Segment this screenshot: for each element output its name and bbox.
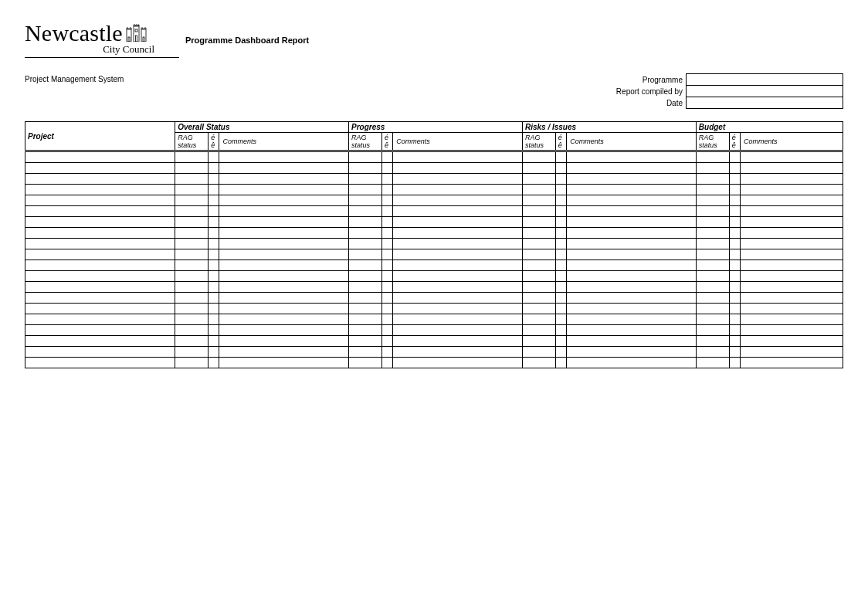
table-cell[interactable] — [381, 195, 392, 206]
table-cell[interactable] — [175, 271, 209, 282]
table-cell[interactable] — [175, 260, 209, 271]
table-cell[interactable] — [25, 282, 175, 293]
table-cell[interactable] — [381, 260, 392, 271]
table-cell[interactable] — [393, 358, 523, 368]
table-cell[interactable] — [555, 228, 566, 239]
table-cell[interactable] — [219, 217, 349, 228]
table-cell[interactable] — [522, 163, 555, 174]
table-cell[interactable] — [25, 325, 175, 336]
table-cell[interactable] — [567, 347, 697, 358]
table-cell[interactable] — [696, 293, 729, 304]
table-cell[interactable] — [381, 358, 392, 368]
table-cell[interactable] — [393, 282, 523, 293]
meta-value-date[interactable] — [687, 97, 843, 109]
table-cell[interactable] — [696, 260, 729, 271]
table-cell[interactable] — [729, 347, 740, 358]
table-cell[interactable] — [349, 347, 382, 358]
table-cell[interactable] — [209, 239, 219, 249]
table-cell[interactable] — [381, 304, 392, 314]
table-cell[interactable] — [219, 260, 349, 271]
table-cell[interactable] — [349, 206, 382, 217]
table-cell[interactable] — [209, 325, 219, 336]
table-cell[interactable] — [729, 336, 740, 347]
table-cell[interactable] — [567, 358, 697, 368]
table-cell[interactable] — [393, 260, 523, 271]
table-cell[interactable] — [729, 217, 740, 228]
table-cell[interactable] — [729, 239, 740, 249]
table-cell[interactable] — [522, 260, 555, 271]
table-cell[interactable] — [381, 206, 392, 217]
table-cell[interactable] — [349, 282, 382, 293]
table-cell[interactable] — [696, 228, 729, 239]
table-cell[interactable] — [555, 304, 566, 314]
table-cell[interactable] — [393, 293, 523, 304]
table-cell[interactable] — [393, 347, 523, 358]
table-cell[interactable] — [209, 304, 219, 314]
table-cell[interactable] — [522, 151, 555, 163]
table-cell[interactable] — [567, 228, 697, 239]
table-cell[interactable] — [175, 282, 209, 293]
table-cell[interactable] — [393, 249, 523, 260]
table-cell[interactable] — [741, 249, 843, 260]
table-cell[interactable] — [209, 347, 219, 358]
table-cell[interactable] — [522, 249, 555, 260]
table-cell[interactable] — [522, 206, 555, 217]
table-cell[interactable] — [729, 325, 740, 336]
table-cell[interactable] — [393, 325, 523, 336]
table-cell[interactable] — [522, 217, 555, 228]
table-cell[interactable] — [219, 304, 349, 314]
meta-value-compiled-by[interactable] — [687, 86, 843, 97]
table-cell[interactable] — [393, 271, 523, 282]
table-cell[interactable] — [696, 358, 729, 368]
table-cell[interactable] — [219, 163, 349, 174]
table-cell[interactable] — [555, 325, 566, 336]
table-cell[interactable] — [25, 185, 175, 195]
table-cell[interactable] — [209, 358, 219, 368]
table-cell[interactable] — [349, 293, 382, 304]
table-cell[interactable] — [567, 239, 697, 249]
table-cell[interactable] — [349, 174, 382, 185]
table-cell[interactable] — [219, 336, 349, 347]
table-cell[interactable] — [741, 304, 843, 314]
table-cell[interactable] — [393, 304, 523, 314]
table-cell[interactable] — [25, 314, 175, 325]
table-cell[interactable] — [175, 206, 209, 217]
table-cell[interactable] — [522, 325, 555, 336]
table-cell[interactable] — [393, 151, 523, 163]
table-cell[interactable] — [522, 195, 555, 206]
table-cell[interactable] — [381, 336, 392, 347]
table-cell[interactable] — [175, 239, 209, 249]
table-cell[interactable] — [555, 185, 566, 195]
table-cell[interactable] — [729, 163, 740, 174]
table-cell[interactable] — [175, 217, 209, 228]
table-cell[interactable] — [696, 347, 729, 358]
table-cell[interactable] — [567, 325, 697, 336]
table-cell[interactable] — [175, 151, 209, 163]
table-cell[interactable] — [696, 174, 729, 185]
table-cell[interactable] — [741, 325, 843, 336]
table-cell[interactable] — [567, 151, 697, 163]
table-cell[interactable] — [393, 239, 523, 249]
table-cell[interactable] — [381, 228, 392, 239]
table-cell[interactable] — [25, 347, 175, 358]
table-cell[interactable] — [209, 206, 219, 217]
table-cell[interactable] — [219, 271, 349, 282]
table-cell[interactable] — [25, 271, 175, 282]
table-cell[interactable] — [219, 282, 349, 293]
table-cell[interactable] — [729, 151, 740, 163]
table-cell[interactable] — [696, 163, 729, 174]
table-cell[interactable] — [729, 206, 740, 217]
table-cell[interactable] — [175, 314, 209, 325]
table-cell[interactable] — [349, 163, 382, 174]
table-cell[interactable] — [349, 271, 382, 282]
table-cell[interactable] — [219, 314, 349, 325]
table-cell[interactable] — [696, 151, 729, 163]
table-cell[interactable] — [381, 163, 392, 174]
table-cell[interactable] — [555, 260, 566, 271]
table-cell[interactable] — [175, 358, 209, 368]
table-cell[interactable] — [349, 304, 382, 314]
table-cell[interactable] — [741, 185, 843, 195]
table-cell[interactable] — [741, 195, 843, 206]
table-cell[interactable] — [696, 217, 729, 228]
table-cell[interactable] — [349, 314, 382, 325]
